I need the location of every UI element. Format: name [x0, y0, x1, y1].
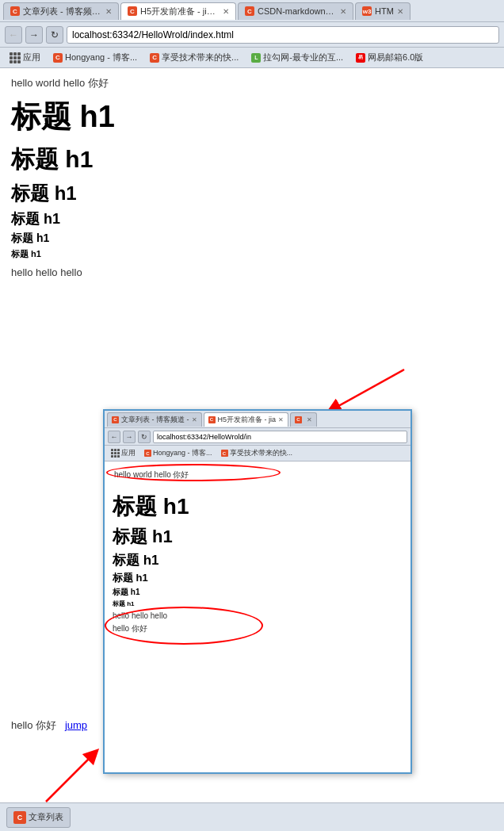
bookmark-163[interactable]: 易 网易邮箱6.0版: [351, 50, 428, 65]
tab-label-2: H5开发前准备 - jiahuan: [140, 6, 220, 17]
inner-tab-close-3: ✕: [307, 416, 312, 423]
bookmark-163-icon: 易: [356, 53, 365, 63]
apps-grid-icon: [10, 52, 21, 63]
page-h1-xxs: 标题 h1: [11, 248, 493, 260]
inner-bookmark-apps: 应用: [108, 447, 139, 459]
inner-h1-xl: 标题 h1: [113, 492, 403, 522]
inner-bookmark-hongyang: C Hongyang - 博客...: [141, 447, 216, 459]
inner-tab-1: C 文章列表 - 博客频道 - ✕: [107, 412, 202, 427]
bookmark-lagou-icon: L: [251, 53, 261, 63]
page-h1-xl: 标题 h1: [11, 97, 493, 137]
svg-line-0: [333, 370, 404, 409]
tab-icon-4: w3: [362, 6, 372, 16]
bookmark-lagou[interactable]: L 拉勾网-最专业的互...: [246, 50, 348, 65]
tab-1[interactable]: C 文章列表 - 博客频道 - CS ✕: [3, 2, 119, 20]
page-intro: hello world hello 你好: [11, 76, 493, 90]
bookmark-tech-icon: C: [150, 53, 159, 63]
browser-window: C 文章列表 - 博客频道 - CS ✕ C H5开发前准备 - jiahuan…: [0, 0, 504, 831]
refresh-button[interactable]: ↻: [46, 26, 63, 44]
address-bar[interactable]: localhost:63342/HelloWrold/index.html: [67, 26, 499, 44]
back-button[interactable]: ←: [5, 26, 22, 44]
bookmark-apps[interactable]: 应用: [5, 50, 45, 65]
nav-bar: ← → ↻ localhost:63342/HelloWrold/index.h…: [0, 22, 504, 48]
bottom-taskbar: C 文章列表: [0, 802, 504, 831]
tab-label-1: 文章列表 - 博客频道 - CS: [23, 6, 102, 17]
arrow-from-bottom: [14, 746, 109, 802]
inner-tab-icon-2: C: [208, 416, 216, 423]
bookmark-apps-label: 应用: [23, 52, 40, 63]
page-h1-xs: 标题 h1: [11, 232, 493, 246]
inner-tab-icon-1: C: [112, 416, 119, 423]
tab-close-1[interactable]: ✕: [105, 7, 112, 16]
tab-label-4: HTM: [375, 6, 394, 16]
inner-bookmark-tech-icon: C: [221, 450, 228, 457]
tab-label-3: CSDN-markdown编辑器: [258, 6, 337, 17]
tab-close-4[interactable]: ✕: [397, 7, 403, 16]
inner-hello-1: hello hello hello: [113, 611, 403, 620]
inner-address-text: localhost:63342/HelloWrold/in: [157, 433, 251, 441]
tab-icon-2: C: [128, 6, 137, 16]
inner-tab-label-1: 文章列表 - 博客频道 -: [121, 415, 189, 425]
inner-h1-sm: 标题 h1: [113, 571, 403, 585]
bookmark-hongyang-label: Hongyang - 博客...: [65, 52, 137, 63]
page-h1-md: 标题 h1: [11, 181, 493, 206]
page-bottom-text: hello 你好 jump: [11, 718, 87, 733]
inner-title-bar: C 文章列表 - 博客频道 - ✕ C H5开发前准备 - jia ✕ C ✕: [105, 411, 410, 428]
inner-tab-close-1: ✕: [192, 416, 197, 423]
inner-nav-bar: ← → ↻ localhost:63342/HelloWrold/in: [105, 428, 410, 446]
screenshot-overlay: C 文章列表 - 博客频道 - ✕ C H5开发前准备 - jia ✕ C ✕ …: [103, 409, 412, 774]
intro-oval-container: hello world hello 你好: [113, 466, 191, 485]
inner-page-content: hello world hello 你好 标题 h1 标题 h1 标题 h1 标…: [105, 461, 410, 772]
inner-refresh-button: ↻: [138, 431, 151, 443]
inner-h1-lg: 标题 h1: [113, 525, 403, 549]
inner-back-button: ←: [108, 431, 120, 443]
tab-2[interactable]: C H5开发前准备 - jiahuan ✕: [120, 2, 236, 20]
inner-h1-md: 标题 h1: [113, 551, 403, 569]
taskbar-icon-1: C: [13, 811, 26, 824]
inner-h1-xxs: 标题 h1: [113, 599, 403, 608]
bookmark-lagou-label: 拉勾网-最专业的互...: [263, 52, 343, 63]
taskbar-item-1[interactable]: C 文章列表: [6, 807, 71, 828]
tab-close-3[interactable]: ✕: [340, 7, 346, 16]
svg-line-1: [46, 754, 94, 802]
inner-bookmark-hongyang-icon: C: [144, 450, 151, 457]
bookmarks-bar: 应用 C Hongyang - 博客... C 享受技术带来的快... L 拉勾…: [0, 48, 504, 68]
inner-address-bar: localhost:63342/HelloWrold/in: [153, 431, 407, 443]
inner-bookmark-tech-label: 享受技术带来的快...: [230, 448, 293, 458]
tab-4[interactable]: w3 HTM ✕: [355, 2, 410, 20]
bookmark-hongyang-icon: C: [53, 53, 63, 63]
hello-oval-container: hello hello hello hello 你好: [113, 611, 403, 634]
page-bottom-hello: hello 你好: [11, 719, 56, 731]
inner-bookmark-apps-label: 应用: [121, 448, 136, 458]
inner-tab-icon-3: C: [295, 416, 302, 423]
inner-tab-close-2: ✕: [278, 416, 284, 423]
inner-h1-xs: 标题 h1: [113, 587, 403, 598]
title-bar: C 文章列表 - 博客频道 - CS ✕ C H5开发前准备 - jiahuan…: [0, 0, 504, 22]
inner-bookmarks-bar: 应用 C Hongyang - 博客... C 享受技术带来的快...: [105, 446, 410, 461]
address-text: localhost:63342/HelloWrold/index.html: [72, 29, 234, 40]
inner-forward-button: →: [123, 431, 136, 443]
page-h1-sm: 标题 h1: [11, 209, 493, 228]
bookmark-tech[interactable]: C 享受技术带来的快...: [145, 50, 243, 65]
tab-icon-1: C: [10, 6, 20, 16]
tab-3[interactable]: C CSDN-markdown编辑器 ✕: [238, 2, 353, 20]
tab-icon-3: C: [245, 6, 254, 16]
inner-page-intro: hello world hello 你好: [113, 469, 191, 481]
inner-hello-2: hello 你好: [113, 623, 403, 634]
inner-bookmark-tech: C 享受技术带来的快...: [218, 447, 296, 459]
bookmark-163-label: 网易邮箱6.0版: [368, 52, 423, 63]
jump-link[interactable]: jump: [65, 719, 87, 731]
inner-tab-3: C ✕: [290, 412, 317, 427]
page-content: hello world hello 你好 标题 h1 标题 h1 标题 h1 标…: [0, 68, 504, 802]
inner-apps-grid-icon: [111, 449, 120, 458]
forward-button[interactable]: →: [25, 26, 43, 44]
taskbar-label-1: 文章列表: [29, 811, 63, 823]
bookmark-hongyang[interactable]: C Hongyang - 博客...: [48, 50, 142, 65]
tab-close-2[interactable]: ✕: [223, 7, 229, 16]
page-hello-paragraph: hello hello hello: [11, 266, 493, 278]
bookmark-tech-label: 享受技术带来的快...: [162, 52, 239, 63]
inner-tab-2: C H5开发前准备 - jia ✕: [204, 412, 289, 427]
inner-tab-label-2: H5开发前准备 - jia: [218, 415, 277, 425]
inner-bookmark-hongyang-label: Hongyang - 博客...: [153, 448, 212, 458]
page-h1-lg: 标题 h1: [11, 144, 493, 176]
